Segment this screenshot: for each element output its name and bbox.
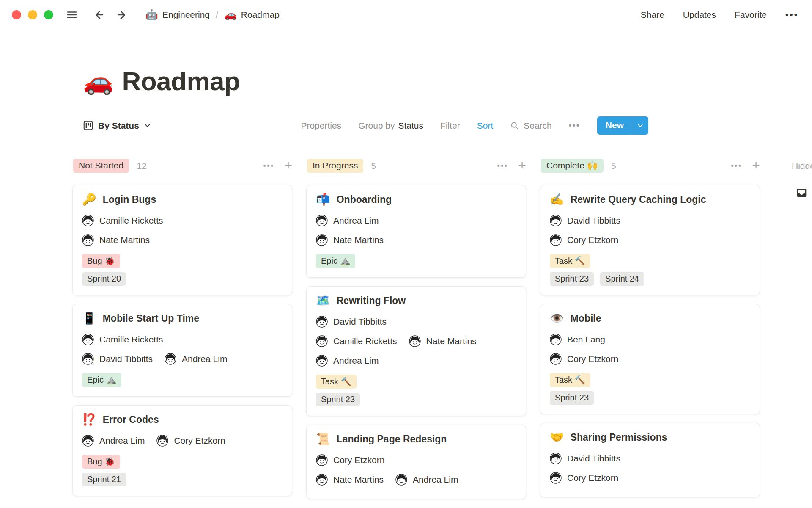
person-chip: Cory Etzkorn	[550, 353, 618, 365]
tag-pill: Bug 🐞	[82, 455, 120, 469]
page-title-text: Roadmap	[122, 66, 240, 96]
column-add-icon[interactable]: +	[518, 158, 526, 172]
tag-pill: Task 🔨	[316, 375, 357, 389]
person-name: Cory Etzkorn	[567, 235, 618, 245]
card-title-text: Rewriting Flow	[337, 295, 406, 306]
card-tag-row: Sprint 20	[82, 272, 283, 286]
card-tag-row: Sprint 23Sprint 24	[550, 272, 750, 286]
person-name: Camille Ricketts	[99, 215, 163, 226]
tag-pill: Task 🔨	[550, 254, 590, 268]
board-card[interactable]: 🔑Login BugsCamille RickettsNate MartinsB…	[72, 185, 292, 295]
card-title-text: Rewrite Query Caching Logic	[571, 194, 706, 205]
board-card[interactable]: ✍️Rewrite Query Caching LogicDavid Tibbi…	[540, 185, 760, 295]
board-card[interactable]: 🤝Sharing PermissionsDavid TibbittsCory E…	[540, 423, 760, 497]
updates-button[interactable]: Updates	[683, 10, 716, 20]
board-columns: Not Started12•••+🔑Login BugsCamille Rick…	[72, 158, 774, 508]
person-name: Nate Martins	[333, 475, 384, 485]
page-title[interactable]: 🚗 Roadmap	[83, 66, 648, 96]
card-people-row: David Tibbitts	[550, 449, 750, 468]
hidden-groups-label[interactable]: Hidden	[792, 158, 812, 174]
tag-pill: Sprint 24	[600, 272, 644, 286]
card-tag-row: Epic ⛰️	[82, 373, 283, 387]
breadcrumb-label: Roadmap	[241, 10, 280, 20]
card-title-text: Login Bugs	[103, 194, 156, 205]
card-people-row: Cory Etzkorn	[550, 230, 750, 250]
column-status-pill[interactable]: Not Started	[73, 159, 129, 173]
card-title-row: ✍️Rewrite Query Caching Logic	[550, 194, 750, 205]
person-chip: Andrea Lim	[82, 435, 145, 447]
card-tag-row: Sprint 23	[550, 391, 750, 405]
tag-pill: Sprint 23	[550, 272, 594, 286]
new-button[interactable]: New	[597, 116, 632, 135]
card-title-text: Landing Page Redesign	[337, 433, 447, 445]
column-add-icon[interactable]: +	[284, 158, 292, 172]
page-icon-car[interactable]: 🚗	[83, 69, 113, 94]
new-dropdown-button[interactable]	[632, 116, 648, 135]
breadcrumb-item-roadmap[interactable]: 🚗 Roadmap	[224, 9, 280, 21]
card-people-row: David TibbittsAndrea Lim	[82, 349, 283, 369]
column-status-pill[interactable]: Complete 🙌	[541, 159, 604, 173]
person-chip: Cory Etzkorn	[316, 454, 384, 466]
car-icon: 🚗	[224, 9, 237, 21]
card-people-row: Andrea Lim	[316, 211, 516, 230]
view-selector-label: By Status	[98, 121, 139, 131]
zoom-window-button[interactable]	[44, 10, 53, 19]
column-more-icon[interactable]: •••	[263, 161, 274, 171]
view-toolbar: By Status Properties Group by Status Fil…	[83, 116, 648, 135]
column-more-icon[interactable]: •••	[497, 161, 508, 171]
card-emoji-icon: 🔑	[82, 194, 96, 205]
person-chip: Cory Etzkorn	[156, 435, 225, 447]
sidebar-toggle-icon[interactable]	[66, 9, 78, 21]
board-column-in-progress: In Progress5•••+📬OnboardingAndrea LimNat…	[306, 158, 526, 508]
toolbar-more-icon[interactable]: •••	[569, 121, 580, 130]
card-people-row: David Tibbitts	[316, 312, 516, 331]
search-label: Search	[524, 121, 552, 131]
person-chip: Nate Martins	[409, 335, 477, 347]
board-card[interactable]: 📜Landing Page RedesignCory EtzkornNate M…	[306, 425, 526, 499]
hidden-group-no-status[interactable]: No Status	[792, 187, 812, 199]
card-title-text: Mobile Start Up Time	[103, 313, 199, 324]
person-avatar	[165, 353, 176, 365]
person-avatar	[550, 353, 562, 365]
tag-pill: Sprint 23	[550, 391, 594, 405]
robot-icon: 🤖	[145, 9, 158, 21]
column-count: 5	[371, 161, 376, 171]
forward-arrow-icon[interactable]	[116, 8, 129, 21]
breadcrumb-item-engineering[interactable]: 🤖 Engineering	[145, 9, 210, 21]
board-card[interactable]: 📱Mobile Start Up TimeCamille RickettsDav…	[72, 304, 292, 397]
card-people-row: Cory Etzkorn	[550, 349, 750, 369]
share-button[interactable]: Share	[641, 10, 664, 20]
column-status-pill[interactable]: In Progress	[307, 159, 363, 173]
search-button[interactable]: Search	[510, 121, 552, 131]
favorite-button[interactable]: Favorite	[735, 10, 767, 20]
board-card[interactable]: 🗺️Rewriting FlowDavid TibbittsCamille Ri…	[306, 286, 526, 416]
filter-button[interactable]: Filter	[440, 121, 460, 131]
card-people-row: David Tibbitts	[550, 211, 750, 230]
minimize-window-button[interactable]	[28, 10, 37, 19]
card-people-row: Cory Etzkorn	[550, 468, 750, 488]
person-avatar	[316, 215, 328, 226]
hidden-groups-section: Hidden No Status	[792, 158, 812, 199]
person-chip: Cory Etzkorn	[550, 234, 618, 246]
close-window-button[interactable]	[12, 10, 21, 19]
column-header: In Progress5•••+	[306, 158, 526, 174]
card-tag-row: Sprint 23	[316, 393, 516, 406]
person-name: Cory Etzkorn	[174, 436, 225, 446]
column-more-icon[interactable]: •••	[731, 161, 742, 171]
sort-button[interactable]: Sort	[477, 121, 494, 131]
back-arrow-icon[interactable]	[92, 8, 105, 21]
card-people-row: Andrea Lim	[316, 351, 516, 370]
more-options-icon[interactable]: •••	[785, 10, 798, 20]
board-card[interactable]: ⁉️Error CodesAndrea LimCory EtzkornBug 🐞…	[72, 405, 292, 496]
group-by-button[interactable]: Group by Status	[358, 121, 423, 131]
column-add-icon[interactable]: +	[752, 158, 760, 172]
card-title-text: Mobile	[571, 313, 601, 324]
person-chip: Nate Martins	[82, 234, 150, 246]
column-actions: •••+	[263, 160, 292, 172]
view-selector[interactable]: By Status	[83, 120, 151, 131]
board-card[interactable]: 👁️MobileBen LangCory EtzkornTask 🔨Sprint…	[540, 304, 760, 414]
board-card[interactable]: 📬OnboardingAndrea LimNate MartinsEpic ⛰️	[306, 185, 526, 278]
properties-button[interactable]: Properties	[301, 121, 341, 131]
person-name: Andrea Lim	[99, 436, 145, 446]
person-chip: Nate Martins	[316, 474, 384, 486]
